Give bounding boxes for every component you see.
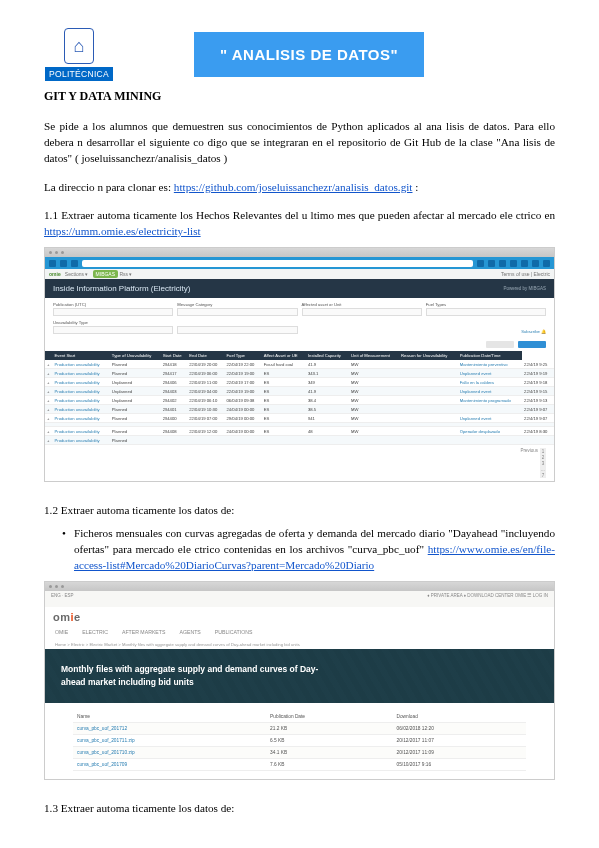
table-row[interactable]: +Production unavailabilityUnplanned29440… <box>45 396 554 405</box>
table-header: Fuel Type <box>225 351 262 360</box>
screenshot-omie-files: ENG · ESP ♦ PRIVATE AREA ♦ DOWNLOAD CENT… <box>44 581 555 780</box>
breadcrumb: Home > Electric > Electric Market > Mont… <box>45 640 554 649</box>
lang-switch[interactable]: ENG · ESP <box>51 593 74 605</box>
screenshot-umm: omie Sections ▾ MIBGAS Rss ▾ Terms of us… <box>44 247 555 482</box>
item-1-2-heading: 1.2 Extraer automa ticamente los datos d… <box>44 502 555 518</box>
table-header: Type of Unavailability <box>110 351 161 360</box>
umm-link[interactable]: https://umm.omie.es/electricity-list <box>44 225 201 237</box>
table-row[interactable]: +Production unavailabilityPlanned <box>45 436 554 445</box>
nav-item[interactable]: OMIE <box>55 629 68 635</box>
nav-fwd-icon[interactable] <box>60 260 67 267</box>
table-row[interactable]: +Production unavailabilityPlanned2944082… <box>45 427 554 436</box>
item-1-1: 1.1 Extraer automa ticamente los Hechos … <box>44 207 555 239</box>
university-logo: ⌂ POLITÉCNICA <box>44 28 114 81</box>
reset-button[interactable] <box>486 341 514 348</box>
label-unavail-type: Unavailability Type <box>53 320 173 325</box>
table-header: Affect Asset or UE <box>262 351 306 360</box>
topstrip-right-1: Terms of use | Electric <box>501 271 550 277</box>
table-header: Publication Date/Time <box>458 351 522 360</box>
browser-chrome <box>45 248 554 257</box>
platform-title: Inside Information Platform (Electricity… <box>53 284 190 293</box>
input-unavail-type[interactable] <box>53 326 173 334</box>
input-fuel[interactable] <box>426 308 546 316</box>
nav-item[interactable]: AFTER MARKETS <box>122 629 166 635</box>
section-heading: GIT Y DATA MINING <box>44 89 555 104</box>
item-1-1-text: 1.1 Extraer automa ticamente los Hechos … <box>44 209 555 221</box>
filter-row: Publication (UTC) Message Category Affec… <box>45 298 554 338</box>
crest-icon: ⌂ <box>64 28 94 64</box>
table-row[interactable]: +Production unavailabilityUnplanned29440… <box>45 387 554 396</box>
table-header: Reason for Unavailability <box>399 351 458 360</box>
table-header: Event Start <box>53 351 110 360</box>
input-category[interactable] <box>177 308 297 316</box>
item-1-2-bullet: • Ficheros mensuales con curvas agregada… <box>62 525 555 574</box>
nav-item[interactable]: PUBLICATIONS <box>215 629 253 635</box>
table-header: Start Date <box>161 351 188 360</box>
intro-p2-text: La direccio n para clonar es: <box>44 181 174 193</box>
search-button[interactable] <box>518 341 546 348</box>
files-table: NamePublication DateDownloadcurva_pbc_uo… <box>73 711 526 771</box>
pager-prev[interactable]: Previous <box>520 448 538 478</box>
omie-logo: omie <box>45 607 554 627</box>
table-row[interactable]: +Production unavailabilityPlanned2944182… <box>45 360 554 369</box>
label-fuel: Fuel Types <box>426 302 546 307</box>
intro-p2-suffix: : <box>412 181 418 193</box>
table-header-row: NamePublication DateDownload <box>73 711 526 723</box>
table-row[interactable]: curva_pbc_uof_201711.zip6.5 KB20/12/2017… <box>73 734 526 746</box>
platform-title-bar: Inside Information Platform (Electricity… <box>45 279 554 298</box>
table-row[interactable]: curva_pbc_uof_201710.zip34.1 KB20/12/201… <box>73 746 526 758</box>
table-row[interactable]: +Production unavailabilityPlanned2944002… <box>45 414 554 423</box>
intro-paragraph-1: Se pide a los alumnos que demuestren sus… <box>44 118 555 167</box>
hero-line-1: Monthly files with aggregate supply and … <box>61 664 318 674</box>
table-header: Unit of Measurement <box>349 351 399 360</box>
top-strip: omie Sections ▾ MIBGAS Rss ▾ Terms of us… <box>45 269 554 279</box>
label-asset: Affected asset or Unit <box>302 302 422 307</box>
github-link[interactable]: https://github.com/joseluissanchezr/anal… <box>174 181 413 193</box>
pager-page[interactable]: 7 <box>540 472 546 478</box>
table-row[interactable]: +Production unavailabilityPlanned2944012… <box>45 405 554 414</box>
table-header <box>45 351 53 360</box>
url-field[interactable] <box>82 260 473 267</box>
subscribe-link[interactable]: Subscribe <box>521 329 540 334</box>
page-title: " ANALISIS DE DATOS" <box>194 32 424 77</box>
input-asset[interactable] <box>302 308 422 316</box>
omie-topbar: ENG · ESP ♦ PRIVATE AREA ♦ DOWNLOAD CENT… <box>45 591 554 607</box>
browser-chrome-2 <box>45 582 554 591</box>
url-bar <box>45 257 554 269</box>
nav-item[interactable]: AGENTS <box>179 629 200 635</box>
nav-back-icon[interactable] <box>49 260 56 267</box>
logo-band: POLITÉCNICA <box>45 67 113 81</box>
item-1-3-heading: 1.3 Extraer automa ticamente los datos d… <box>44 800 555 816</box>
powered-label: Powered by MIBGAS <box>503 286 546 291</box>
table-row[interactable]: +Production unavailabilityPlanned2944172… <box>45 369 554 378</box>
table-header: End Date <box>187 351 224 360</box>
table-row[interactable]: curva_pbc_uof_2017097.6 KB05/10/2017 9:1… <box>73 758 526 770</box>
pager: Previous 123...7 <box>45 445 554 481</box>
table-header: Installed Capacity <box>306 351 349 360</box>
hero-line-2: ahead market including bid units <box>61 677 194 687</box>
label-category: Message Category <box>177 302 297 307</box>
hero-banner: Monthly files with aggregate supply and … <box>45 649 554 703</box>
omie-top-right[interactable]: ♦ PRIVATE AREA ♦ DOWNLOAD CENTER OMIE ☰ … <box>427 593 548 605</box>
nav-item[interactable]: ELECTRIC <box>82 629 108 635</box>
table-row[interactable]: +Production unavailabilityUnplanned29440… <box>45 378 554 387</box>
reload-icon[interactable] <box>71 260 78 267</box>
events-table: Event StartType of UnavailabilityStart D… <box>45 351 554 445</box>
doc-header: ⌂ POLITÉCNICA " ANALISIS DE DATOS" <box>44 28 555 81</box>
table-row[interactable]: curva_pbc_uof_20171221.2 KB06/02/2018 12… <box>73 722 526 734</box>
input-publication[interactable] <box>53 308 173 316</box>
intro-paragraph-2: La direccio n para clonar es: https://gi… <box>44 179 555 195</box>
label-publication: Publication (UTC) <box>53 302 173 307</box>
omie-nav: OMIEELECTRICAFTER MARKETSAGENTSPUBLICATI… <box>45 627 554 640</box>
